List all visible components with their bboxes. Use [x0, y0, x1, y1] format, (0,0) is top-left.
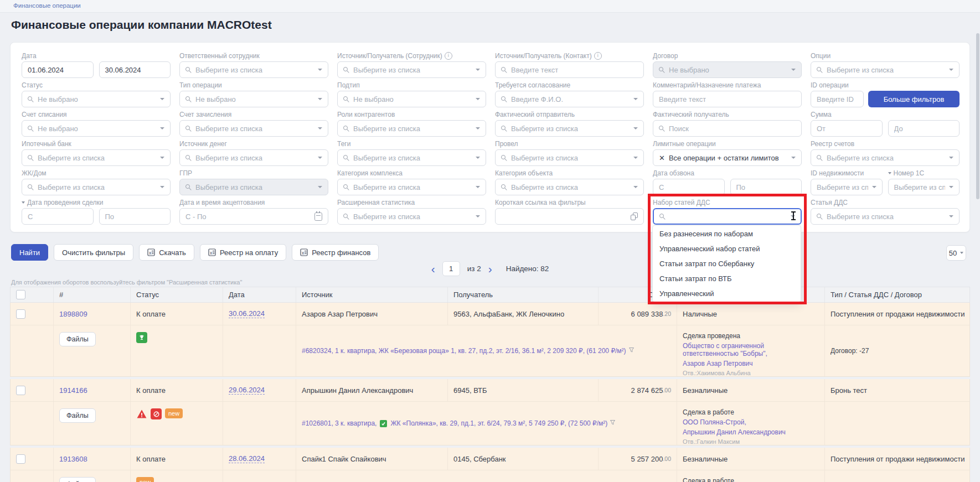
prev-page-button[interactable]: ‹	[431, 262, 435, 276]
deal-link[interactable]: Общество с ограниченной ответственностью…	[683, 342, 819, 357]
date-link[interactable]: 28.06.2024	[229, 454, 265, 463]
collapse-caret-icon[interactable]	[22, 201, 25, 204]
collapse-caret-icon[interactable]	[888, 172, 891, 174]
select-field[interactable]: Не выбрано	[22, 91, 171, 107]
dds-option[interactable]: Управленческий набор статей	[653, 241, 801, 256]
deal-link[interactable]: Азаров Азар Петрович	[683, 360, 819, 367]
detail-empty-cell	[223, 470, 296, 482]
select-field[interactable]: Не выбрано	[337, 91, 486, 107]
date-link[interactable]: 29.06.2024	[229, 386, 265, 395]
registry-payment-button[interactable]: x Реестр на оплату	[200, 244, 286, 261]
operation-id-link[interactable]: 1913608	[59, 455, 87, 463]
clear-icon[interactable]: ✕	[659, 154, 665, 162]
page-size-select[interactable]: 50	[946, 245, 966, 261]
filter-field: Роли контрагентовВыберите из списка	[337, 110, 486, 137]
text-input[interactable]: 30.06.2024	[99, 61, 171, 78]
search-icon	[501, 184, 507, 190]
funnel-icon[interactable]	[610, 419, 616, 427]
amount-int: 5 257 200	[631, 455, 663, 463]
text-input[interactable]: По	[730, 179, 802, 195]
select-field[interactable]: Выберите из списка	[179, 149, 328, 166]
dds-dropdown-menu: Без разнесения по наборамУправленческий …	[652, 225, 801, 302]
dds-search-select[interactable]	[653, 208, 802, 225]
select-field[interactable]: Выберите из списка	[337, 208, 486, 225]
property-text: #1026801, 3 к. квартира,	[302, 419, 376, 427]
search-input[interactable]: Введите текст	[495, 61, 644, 78]
info-icon[interactable]: i	[594, 52, 602, 60]
clear-filters-button[interactable]: Очистить фильтры	[54, 244, 133, 261]
select-field[interactable]: Выберите из списка	[337, 120, 486, 137]
select-field[interactable]: Выберите из списка	[811, 61, 960, 78]
scrollbar-thumb[interactable]	[976, 33, 979, 199]
calendar-icon[interactable]	[314, 213, 322, 221]
next-page-button[interactable]: ›	[488, 262, 492, 276]
text-input[interactable]: Введите ID	[811, 91, 864, 107]
date-input[interactable]: С - По	[179, 208, 328, 225]
select-field[interactable]: Выберите из списка	[179, 61, 328, 78]
row-checkbox[interactable]	[16, 386, 25, 395]
select-field[interactable]: Выберите из списка	[811, 179, 883, 195]
select-field[interactable]: Выберите из списка	[179, 120, 328, 137]
date-range: СПо	[653, 179, 802, 195]
select-field[interactable]: Выберите из списка	[22, 179, 171, 195]
text-input[interactable]: До	[888, 120, 960, 137]
deal-link[interactable]: ООО Поляна-Строй,	[683, 418, 819, 426]
select-field[interactable]: Выберите из списка	[22, 149, 171, 166]
operation-id-link[interactable]: 1898809	[59, 310, 87, 318]
copy-icon[interactable]	[631, 213, 638, 220]
deal-link[interactable]: Апрышкин Данил Александрович	[683, 428, 819, 436]
find-button[interactable]: Найти	[11, 244, 48, 261]
pagination: ‹ 1 из 2 › Найдено: 82	[0, 261, 980, 276]
select-all-checkbox[interactable]	[16, 290, 25, 299]
text-input[interactable]: 01.06.2024	[22, 61, 94, 78]
dds-option[interactable]: Статьи затрат по Сбербанку	[653, 256, 801, 271]
filter-label: ID операции	[811, 81, 960, 89]
files-button[interactable]: Файлы	[59, 332, 96, 346]
property-link[interactable]: #6820324, 1 к. квартира, ЖК «Березовая р…	[302, 347, 635, 355]
text-input[interactable]: От	[811, 120, 883, 137]
select-value: Выберите из списка	[511, 125, 578, 133]
text-input[interactable]: По	[99, 208, 171, 225]
source-cell: Азаров Азар Петрович	[296, 303, 448, 325]
link-input[interactable]	[495, 208, 644, 225]
select-field[interactable]: Не выбрано	[179, 91, 328, 107]
select-field[interactable]: Выберите из списка	[495, 179, 644, 195]
text-input[interactable]: С	[653, 179, 725, 195]
dds-option[interactable]: Статьи затрат по ВТБ	[653, 271, 801, 286]
select-field[interactable]: Выберите из списка	[337, 179, 486, 195]
select-field[interactable]: Выберите из списка	[179, 179, 328, 195]
more-filters-button[interactable]: Больше фильтров	[868, 91, 960, 107]
deal-cell: Сделка в работеООО Поляна-Строй,Апрышкин…	[677, 402, 825, 445]
select-field[interactable]: Не выбрано	[653, 61, 802, 78]
select-field[interactable]: Не выбрано	[22, 120, 171, 137]
funnel-icon[interactable]	[628, 347, 635, 355]
select-field[interactable]: Введите Ф.И.О.	[495, 91, 644, 107]
files-button[interactable]: Файлы	[59, 408, 96, 423]
breadcrumb[interactable]: Финансовые операции	[13, 2, 81, 9]
filter-label-text: Категория объекта	[495, 169, 553, 177]
select-field[interactable]: Выберите из списка	[811, 208, 960, 225]
page-number-input[interactable]: 1	[442, 261, 460, 276]
select-field[interactable]: Выберите из списка	[888, 179, 960, 195]
filter-field: Источник денегВыберите из списка	[179, 139, 328, 166]
download-button[interactable]: x Скачать	[139, 244, 194, 261]
select-field[interactable]: Выберите из списка	[337, 149, 486, 166]
select-field[interactable]: Выберите из списка	[337, 61, 486, 78]
dds-option[interactable]: Без разнесения по наборам	[653, 226, 801, 241]
date-link[interactable]: 30.06.2024	[229, 309, 265, 318]
text-input[interactable]: Введите текст	[653, 91, 802, 107]
select-field[interactable]: ✕Все операции + остатки лимитов	[653, 149, 802, 166]
select-field[interactable]: Выберите из списка	[495, 120, 644, 137]
text-input[interactable]: С	[22, 208, 94, 225]
select-field[interactable]: Выберите из списка	[811, 149, 960, 166]
row-checkbox[interactable]	[16, 454, 25, 464]
files-button[interactable]: Файлы	[59, 477, 96, 482]
dds-option[interactable]: Управленческий	[653, 286, 801, 301]
info-icon[interactable]: i	[445, 52, 452, 60]
property-link[interactable]: #1026801, 3 к. квартира, ЖК «Полянка», к…	[302, 419, 616, 427]
search-input[interactable]: Поиск	[653, 120, 802, 137]
registry-finance-button[interactable]: x Реестр финансов	[292, 244, 379, 261]
row-checkbox[interactable]	[16, 309, 25, 319]
select-field[interactable]: Выберите из списка	[495, 149, 644, 166]
operation-id-link[interactable]: 1914166	[59, 386, 87, 395]
